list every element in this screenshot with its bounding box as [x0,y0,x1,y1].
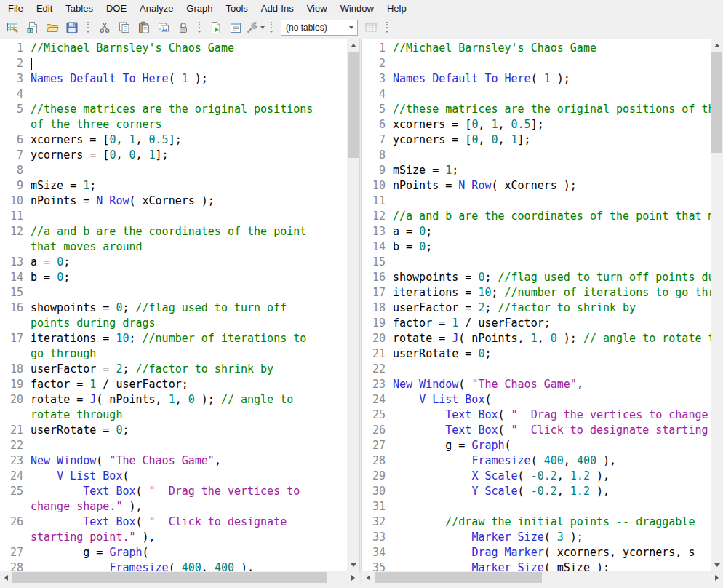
code-row: 10nPoints = N Row( xCorners ); [362,178,711,194]
menu-tables[interactable]: Tables [59,1,100,15]
code-line [386,87,711,102]
code-line: starting point." ), [23,530,347,545]
data-table-button[interactable] [361,18,380,37]
code-row: 6xcorners = [0, 1, 0.5]; [362,117,711,132]
tools-button[interactable] [245,18,265,37]
menu-edit[interactable]: Edit [30,1,59,15]
menu-analyze[interactable]: Analyze [133,1,180,15]
code-line: that moves around [23,239,347,255]
horizontal-scrollbar-right[interactable] [362,571,723,584]
copy-button[interactable] [114,18,134,37]
line-number: 20 [0,392,23,408]
scroll-up-button[interactable] [347,39,359,52]
menu-view[interactable]: View [300,1,334,15]
menu-addins[interactable]: Add-Ins [255,1,300,15]
code-line: New Window( "The Chaos Game", [386,377,711,392]
code-line: Text Box( " Click to designate starting … [386,423,711,438]
code-line [386,255,711,270]
code-line: //a and b are the coordinates of the poi… [386,209,711,224]
line-number [0,239,23,255]
menu-tools[interactable]: Tools [220,1,255,15]
paste-button[interactable] [134,18,153,37]
code-line: V List Box( [386,392,711,408]
new-document-button[interactable] [23,18,42,37]
line-number: 6 [362,117,386,132]
scroll-left-button[interactable] [0,571,12,584]
toolbar-grip[interactable] [267,18,276,37]
code-line: userFactor = 2; //factor to shrink by [386,301,711,316]
line-number: 23 [362,377,386,392]
line-number: 24 [362,392,386,408]
line-number: 21 [362,346,386,362]
save-button[interactable] [62,18,81,37]
jmp-window: File Edit Tables DOE Analyze Graph Tools… [0,0,723,588]
code-editor-left[interactable]: 1//Michael Barnsley's Chaos Game23Names … [0,39,347,571]
line-number: 24 [0,469,23,484]
code-row: 35 Marker Size( mSize ); [362,560,711,571]
vertical-scrollbar-left[interactable] [347,39,359,571]
menu-doe[interactable]: DOE [100,1,133,15]
toolbar-grip[interactable] [195,18,204,37]
open-button[interactable] [42,18,62,37]
scrollbar-thumb[interactable] [12,572,327,583]
scroll-down-button[interactable] [347,559,359,571]
new-script-button[interactable] [225,18,245,37]
line-number: 18 [0,362,23,377]
cut-button[interactable] [95,18,114,37]
code-row: 18userFactor = 2; //factor to shrink by [362,301,711,316]
code-row: points during drags [0,316,347,331]
scrollbar-thumb[interactable] [348,52,359,158]
menu-file[interactable]: File [1,1,30,15]
arrow-right-icon [351,575,355,581]
scroll-down-button[interactable] [711,559,723,571]
code-row: 24 V List Box( [362,392,711,408]
code-line: Marker Size( 3 ); [386,530,711,545]
scroll-up-button[interactable] [711,39,723,52]
scroll-right-button[interactable] [711,571,723,584]
line-number: 25 [0,484,23,499]
line-number: 13 [362,224,386,239]
line-number: 1 [0,41,23,56]
new-data-table-button[interactable] [3,18,23,37]
line-number: 22 [0,438,23,453]
code-line: g = Graph( [23,545,347,560]
code-line: iterations = 10; //number of iterations … [23,331,347,346]
scrollbar-thumb[interactable] [711,52,722,153]
code-editor-right[interactable]: 1//Michael Barnsley's Chaos Game23Names … [362,39,711,571]
toolbar-grip[interactable] [84,18,92,37]
menu-help[interactable]: Help [380,1,413,15]
scroll-right-button[interactable] [347,571,359,584]
code-row: 13a = 0; [0,255,347,270]
code-line: a = 0; [386,224,711,239]
code-row: 21userRotate = 0; [0,423,347,438]
toolbar-grip[interactable] [383,18,391,37]
code-row: 13a = 0; [362,224,711,239]
code-row: 15 [362,255,711,270]
line-number: 27 [0,545,23,560]
scroll-left-button[interactable] [362,571,375,584]
code-row: 19factor = 1 / userFactor; [362,316,711,331]
menu-window[interactable]: Window [334,1,380,15]
code-line: //these matrices are the original positi… [386,102,711,117]
vertical-scrollbar-right[interactable] [711,39,723,571]
script-pane-left: 1//Michael Barnsley's Chaos Game23Names … [0,39,359,571]
tables-dropdown[interactable]: (no tables) [281,20,358,36]
run-script-button[interactable] [206,18,225,37]
menu-graph[interactable]: Graph [180,1,219,15]
horizontal-scrollbar-left[interactable] [0,571,359,584]
copy-picture-button[interactable] [153,18,173,37]
scrollbar-thumb[interactable] [375,572,542,583]
line-number: 7 [0,148,23,163]
code-row: 1//Michael Barnsley's Chaos Game [362,41,711,56]
code-row: 22 [362,362,711,377]
line-number: 19 [362,316,386,331]
code-row: 12//a and b are the coordinates of the p… [0,224,347,239]
code-line: mSize = 1; [386,163,711,178]
line-number: 15 [362,255,386,270]
lock-button[interactable] [173,18,193,37]
line-number [0,316,23,331]
data-table-grayed-icon [364,21,378,34]
code-line [386,56,711,71]
code-row: 14b = 0; [362,239,711,255]
line-number: 10 [0,194,23,209]
